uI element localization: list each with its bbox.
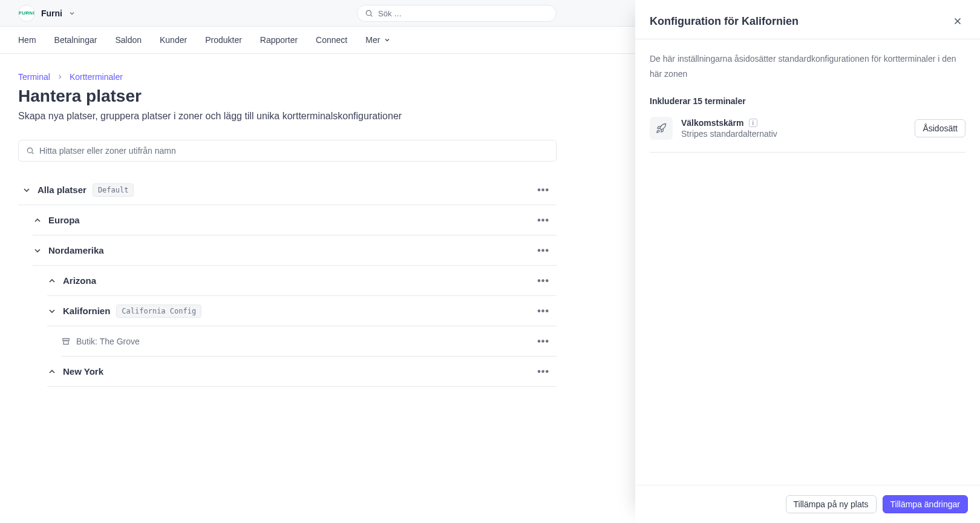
row-actions-menu[interactable]: ••• bbox=[532, 273, 554, 289]
global-search-input[interactable]: Sök … bbox=[357, 5, 557, 22]
config-badge: Default bbox=[93, 183, 134, 197]
apply-new-location-button[interactable]: Tillämpa på ny plats bbox=[786, 495, 877, 513]
chevron-right-icon bbox=[56, 73, 64, 81]
override-button[interactable]: Åsidosätt bbox=[915, 119, 965, 137]
nav-balances[interactable]: Saldon bbox=[115, 35, 142, 45]
setting-title: Välkomstskärm bbox=[681, 118, 744, 128]
row-actions-menu[interactable]: ••• bbox=[532, 364, 554, 380]
svg-line-1 bbox=[371, 15, 373, 17]
close-button[interactable] bbox=[950, 13, 965, 29]
row-actions-menu[interactable]: ••• bbox=[532, 182, 554, 198]
svg-point-2 bbox=[27, 148, 32, 153]
rocket-icon bbox=[650, 117, 673, 140]
panel-includes: Inkluderar 15 terminaler bbox=[650, 96, 965, 106]
search-placeholder: Sök … bbox=[378, 9, 402, 18]
nav-customers[interactable]: Kunder bbox=[160, 35, 187, 45]
tree-label: Alla platser bbox=[38, 185, 87, 195]
tree-row-store-grove[interactable]: Butik: The Grove ••• bbox=[62, 326, 557, 357]
tree-label: Arizona bbox=[63, 275, 96, 286]
chevron-up-icon bbox=[47, 276, 57, 286]
tree-label: Kalifornien bbox=[63, 306, 110, 316]
search-icon bbox=[26, 146, 34, 155]
nav-connect[interactable]: Connect bbox=[316, 35, 347, 45]
apply-changes-button[interactable]: Tillämpa ändringar bbox=[883, 495, 968, 513]
tree-row-new-york[interactable]: New York ••• bbox=[47, 357, 557, 387]
config-badge: California Config bbox=[116, 304, 201, 318]
svg-line-3 bbox=[32, 153, 34, 154]
chevron-down-icon bbox=[33, 246, 42, 255]
nav-payments[interactable]: Betalningar bbox=[54, 35, 97, 45]
chevron-up-icon bbox=[33, 215, 42, 225]
nav-products[interactable]: Produkter bbox=[205, 35, 242, 45]
chevron-down-icon bbox=[68, 10, 76, 17]
nav-home[interactable]: Hem bbox=[18, 35, 36, 45]
account-switcher[interactable]: FURNI Furni bbox=[18, 5, 76, 22]
chevron-down-icon bbox=[22, 185, 31, 195]
brand-name: Furni bbox=[41, 8, 62, 18]
row-actions-menu[interactable]: ••• bbox=[532, 334, 554, 349]
locations-search-placeholder: Hitta platser eller zoner utifrån namn bbox=[39, 146, 176, 156]
info-icon[interactable]: i bbox=[749, 119, 757, 127]
tree-row-north-america[interactable]: Nordamerika ••• bbox=[33, 235, 557, 266]
tree-label: Europa bbox=[48, 215, 80, 225]
row-actions-menu[interactable]: ••• bbox=[532, 303, 554, 319]
chevron-down-icon bbox=[384, 36, 391, 44]
nav-reports[interactable]: Rapporter bbox=[260, 35, 298, 45]
panel-description: De här inställningarna åsidosätter stand… bbox=[650, 51, 965, 82]
close-icon bbox=[952, 16, 963, 27]
tree-row-europe[interactable]: Europa ••• bbox=[33, 205, 557, 235]
locations-search-input[interactable]: Hitta platser eller zoner utifrån namn bbox=[18, 140, 557, 162]
breadcrumb-readers[interactable]: Kortterminaler bbox=[70, 72, 123, 82]
config-side-panel: Konfiguration för Kalifornien De här ins… bbox=[635, 0, 980, 523]
tree-label: New York bbox=[63, 366, 103, 377]
tree-label: Butik: The Grove bbox=[76, 337, 140, 346]
setting-subtitle: Stripes standardalternativ bbox=[681, 129, 777, 139]
breadcrumb-terminal[interactable]: Terminal bbox=[18, 72, 50, 82]
row-actions-menu[interactable]: ••• bbox=[532, 212, 554, 228]
brand-logo: FURNI bbox=[18, 5, 35, 22]
nav-more[interactable]: Mer bbox=[365, 35, 391, 45]
store-icon bbox=[62, 337, 70, 346]
tree-row-arizona[interactable]: Arizona ••• bbox=[47, 266, 557, 296]
chevron-up-icon bbox=[47, 367, 57, 377]
tree-row-all-locations[interactable]: Alla platser Default ••• bbox=[18, 175, 557, 205]
chevron-down-icon bbox=[47, 306, 57, 316]
tree-row-california[interactable]: Kalifornien California Config ••• bbox=[47, 296, 557, 326]
panel-title: Konfiguration för Kalifornien bbox=[650, 15, 799, 28]
row-actions-menu[interactable]: ••• bbox=[532, 243, 554, 258]
svg-point-0 bbox=[366, 10, 371, 15]
setting-row-welcome-screen: Välkomstskärm i Stripes standardalternat… bbox=[650, 117, 965, 153]
search-icon bbox=[365, 9, 373, 18]
tree-label: Nordamerika bbox=[48, 245, 104, 255]
